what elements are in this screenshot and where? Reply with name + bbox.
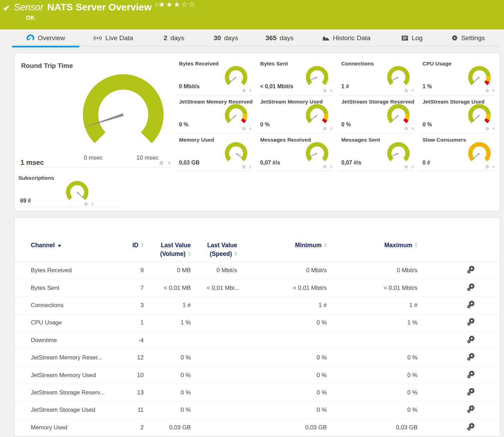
pin-icon[interactable] (167, 161, 172, 166)
tab-2-days[interactable]: 2days (147, 29, 201, 49)
page-title: NATS Server Overview (47, 2, 152, 13)
priority-stars[interactable]: ★★★☆☆ (159, 0, 196, 9)
pin-icon[interactable] (492, 127, 496, 131)
gauge-chart (385, 139, 412, 166)
channel-settings-cell (433, 366, 500, 384)
gauge-settings-gear-icon[interactable] (404, 126, 408, 131)
channel-name: JetStream Storage Used (15, 401, 129, 419)
tab-365-days[interactable]: 365days (251, 29, 308, 49)
pin-icon[interactable] (329, 89, 333, 93)
channel-id: 10 (129, 366, 159, 384)
pin-icon[interactable] (90, 202, 94, 206)
pin-icon[interactable] (411, 165, 415, 169)
channel-id: 13 (129, 384, 159, 401)
gauge-settings-gear-icon[interactable] (84, 202, 88, 206)
column-header-id[interactable]: ID (129, 218, 159, 262)
gauge-settings-gear-icon[interactable] (485, 126, 489, 131)
column-header-channel[interactable]: Channel (15, 218, 129, 262)
gauge-settings-gear-icon[interactable] (159, 160, 164, 166)
gauge-settings-gear-icon[interactable] (404, 88, 408, 93)
channel-settings-gear-icon[interactable] (467, 405, 475, 413)
tab-live-data[interactable]: Live Data (79, 29, 147, 49)
channel-last-value-volume: 0 % (159, 349, 206, 366)
column-header-minimum[interactable]: Minimum (253, 218, 342, 262)
channel-last-value-speed: 0 Mbit/s (206, 262, 253, 279)
pin-icon[interactable] (248, 89, 252, 93)
channel-last-value-speed (206, 401, 253, 419)
sort-both-icon (234, 251, 237, 256)
channel-last-value-volume: 1 # (159, 297, 206, 314)
gauge-value: 0 # (423, 160, 430, 166)
gauge-settings-gear-icon[interactable] (485, 164, 489, 169)
tab-overview[interactable]: Overview (12, 29, 79, 49)
channel-name: JetStream Storage Reserv... (15, 384, 129, 401)
channel-settings-gear-icon[interactable] (467, 423, 475, 431)
tab-historic-data[interactable]: Historic Data (308, 29, 384, 49)
tab-label: Live Data (105, 34, 133, 42)
gauge-title: Round Trip Time (21, 62, 73, 70)
table-row-cpu-usage: CPU Usage11 %0 %1 % (15, 314, 500, 331)
gauge-settings-gear-icon[interactable] (242, 164, 246, 169)
channel-settings-gear-icon[interactable] (467, 283, 475, 291)
channel-last-value-volume: 0 MB (159, 262, 206, 279)
gauge-settings-gear-icon[interactable] (404, 164, 408, 169)
pin-icon[interactable] (492, 165, 496, 169)
pin-icon[interactable] (411, 89, 415, 93)
column-header-maximum[interactable]: Maximum (342, 218, 433, 262)
pin-icon[interactable] (329, 165, 333, 169)
channel-maximum: 0 % (342, 401, 433, 419)
gauge-settings-gear-icon[interactable] (242, 88, 246, 93)
column-header-last-value-volume[interactable]: Last Value(Volume) (159, 218, 206, 262)
historic-data-icon (322, 35, 330, 42)
channel-maximum: 1 % (342, 314, 433, 331)
gauge-card-messages-sent: Messages Sent0,07 #/s (338, 133, 419, 171)
tab-30-days[interactable]: 30days (201, 29, 251, 49)
channel-maximum: 0,03 GB (342, 419, 433, 436)
channel-id: -4 (129, 332, 159, 349)
channel-last-value-speed (206, 384, 253, 401)
channel-settings-gear-icon[interactable] (467, 353, 475, 361)
status-check-icon: ✔ (3, 3, 10, 13)
gauge-chart (304, 62, 331, 89)
tab-settings[interactable]: Settings (440, 29, 497, 49)
channel-settings-gear-icon[interactable] (467, 301, 475, 309)
channel-settings-gear-icon[interactable] (467, 388, 475, 396)
gauge-value: 1 msec (20, 159, 44, 167)
gauge-value: 69 # (20, 198, 31, 204)
gauge-settings-gear-icon[interactable] (323, 164, 327, 169)
channel-minimum: 0 % (253, 384, 342, 401)
gauge-value: 0 % (260, 122, 270, 128)
channel-settings-cell (433, 419, 500, 436)
tab-number: 30 (214, 34, 221, 42)
pin-icon[interactable] (248, 127, 252, 131)
channel-settings-gear-icon[interactable] (467, 371, 475, 378)
channel-settings-gear-icon[interactable] (467, 266, 475, 274)
gauge-card-bytes-received: Bytes Received0 Mbit/s (175, 57, 256, 95)
channel-minimum: 0 % (253, 349, 342, 366)
channel-settings-gear-icon[interactable] (467, 336, 475, 344)
table-row-memory-used: Memory Used20,03 GB0,03 GB0,03 GB (15, 419, 500, 436)
pin-icon[interactable] (492, 89, 496, 93)
sort-both-icon (324, 243, 327, 247)
tab-number: 365 (266, 34, 277, 42)
column-header-last-value-speed[interactable]: Last Value(Speed) (206, 218, 253, 262)
channel-last-value-speed (206, 366, 253, 384)
gauge-settings-gear-icon[interactable] (242, 126, 246, 131)
pin-icon[interactable] (248, 165, 252, 169)
channel-maximum: 0 % (342, 349, 433, 366)
gauge-settings-gear-icon[interactable] (485, 88, 489, 93)
gauge-min-label: 0 msec (84, 154, 103, 161)
sort-both-icon (141, 243, 144, 247)
gauge-settings-gear-icon[interactable] (323, 88, 327, 93)
pin-icon[interactable] (329, 127, 333, 131)
channel-settings-gear-icon[interactable] (467, 318, 475, 326)
gauge-title: Messages Received (260, 137, 311, 143)
gauge-settings-gear-icon[interactable] (323, 126, 327, 131)
tab-log[interactable]: Log (384, 29, 440, 49)
gauge-title: Connections (341, 61, 374, 67)
gauge-card-slow-consumers: Slow Consumers0 # (419, 133, 500, 171)
pin-icon[interactable] (411, 127, 415, 131)
channel-settings-cell (433, 262, 500, 279)
gauge-value: 0,03 GB (179, 160, 200, 166)
gauge-card-round-trip-time: Round Trip Time 0 msec 10 msec 1 msec (15, 57, 175, 171)
